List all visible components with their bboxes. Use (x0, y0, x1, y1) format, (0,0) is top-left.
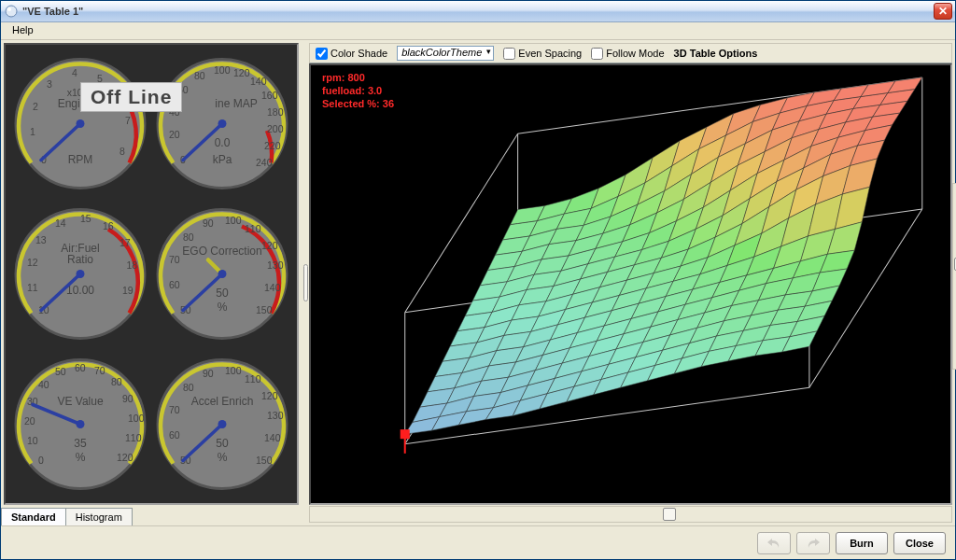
svg-text:Accel Enrich: Accel Enrich (191, 395, 254, 408)
svg-text:130: 130 (267, 259, 284, 271)
window: "VE Table 1" ✕ Help Off Line Engine Sx10… (0, 0, 956, 560)
svg-point-0 (6, 6, 17, 17)
svg-text:16: 16 (103, 220, 114, 231)
scroll-thumb-h[interactable] (663, 508, 676, 521)
splitter-left[interactable] (302, 40, 309, 525)
gauge-afr: Air:FuelRatio10.0010111213141516171819 (10, 200, 150, 348)
burn-button[interactable]: Burn (836, 532, 888, 554)
gauge-rpm: Engine Sx1000RPM012345678 (10, 49, 150, 198)
overlay-rpm: rpm: 800 (322, 71, 394, 84)
svg-text:90: 90 (203, 217, 214, 229)
menubar: Help (1, 22, 955, 40)
svg-text:180: 180 (267, 106, 284, 118)
tab-histogram[interactable]: Histogram (65, 508, 133, 525)
svg-text:80: 80 (183, 231, 194, 243)
follow-mode-checkbox[interactable]: Follow Mode (591, 48, 664, 60)
svg-text:3: 3 (47, 78, 52, 90)
gauge-accel: Accel Enrich50%5060708090100110120130140… (152, 350, 292, 498)
svg-text:20: 20 (24, 415, 35, 427)
svg-text:0.0: 0.0 (215, 136, 231, 149)
svg-text:100: 100 (225, 365, 242, 376)
svg-text:50: 50 (55, 366, 66, 377)
theme-select[interactable]: blackColorTheme (397, 46, 494, 61)
svg-text:19: 19 (122, 285, 134, 296)
svg-text:220: 220 (264, 140, 281, 151)
svg-point-16 (77, 119, 85, 128)
svg-text:120: 120 (261, 390, 278, 401)
svg-text:70: 70 (94, 365, 105, 376)
svg-text:20: 20 (169, 129, 180, 140)
svg-text:0: 0 (38, 455, 44, 466)
svg-text:8: 8 (120, 146, 125, 157)
svg-text:110: 110 (245, 223, 261, 234)
svg-text:EGO Correction: EGO Correction (182, 245, 261, 258)
svg-point-88 (77, 420, 85, 428)
svg-text:11: 11 (27, 282, 38, 293)
svg-text:2: 2 (33, 101, 38, 112)
svg-text:90: 90 (122, 393, 134, 404)
svg-text:70: 70 (169, 404, 180, 415)
chart-scroll-horizontal[interactable] (309, 506, 952, 523)
gauges-grid: Off Line Engine Sx1000RPM012345678 ine M… (6, 45, 297, 503)
svg-text:240: 240 (256, 157, 273, 168)
color-shade-checkbox[interactable]: Color Shade (316, 48, 387, 60)
svg-text:15: 15 (80, 213, 91, 224)
right-panel: Color Shade blackColorTheme Even Spacing… (309, 43, 952, 523)
svg-text:kPa: kPa (213, 153, 232, 166)
gauges-panel: Off Line Engine Sx1000RPM012345678 ine M… (4, 43, 299, 505)
svg-text:130: 130 (267, 410, 284, 421)
close-icon[interactable]: ✕ (934, 3, 952, 20)
undo-button[interactable] (757, 532, 791, 554)
svg-rect-343 (401, 429, 410, 439)
gauge-ego: EGO Correction50%50607080901001101201301… (152, 200, 292, 348)
chart-overlay: rpm: 800 fuelload: 3.0 Selected %: 36 (322, 71, 394, 110)
svg-point-35 (218, 119, 227, 128)
svg-text:50: 50 (216, 437, 229, 450)
svg-text:80: 80 (111, 376, 122, 387)
svg-text:18: 18 (127, 259, 138, 271)
svg-text:%: % (76, 451, 86, 464)
svg-text:14: 14 (55, 217, 66, 229)
svg-point-69 (218, 270, 227, 278)
svg-text:150: 150 (256, 304, 273, 315)
svg-text:60: 60 (169, 279, 180, 290)
svg-text:ine MAP: ine MAP (215, 97, 257, 110)
svg-text:60: 60 (75, 362, 86, 373)
svg-text:140: 140 (264, 282, 281, 293)
menu-help[interactable]: Help (7, 23, 39, 36)
tab-standard[interactable]: Standard (1, 508, 66, 525)
overlay-fuelload: fuelload: 3.0 (322, 84, 394, 97)
content: Off Line Engine Sx1000RPM012345678 ine M… (1, 40, 955, 559)
svg-text:12: 12 (27, 257, 38, 268)
svg-text:90: 90 (203, 368, 214, 379)
svg-text:35: 35 (74, 437, 87, 450)
gauge-ve: VE Value35%0102030405060708090100110120 (10, 350, 150, 498)
titlebar: "VE Table 1" ✕ (1, 1, 955, 22)
close-button[interactable]: Close (893, 532, 946, 554)
main-area: Off Line Engine Sx1000RPM012345678 ine M… (1, 40, 955, 525)
chart-3d-area[interactable]: rpm: 800 fuelload: 3.0 Selected %: 36 (309, 63, 952, 505)
svg-text:200: 200 (267, 123, 284, 134)
chart-scroll-vertical[interactable] (952, 183, 956, 370)
svg-text:RPM: RPM (68, 153, 93, 166)
left-tabs: Standard Histogram (1, 508, 302, 525)
svg-text:110: 110 (245, 373, 261, 385)
svg-text:17: 17 (120, 237, 131, 248)
svg-text:4: 4 (72, 67, 77, 78)
even-spacing-checkbox[interactable]: Even Spacing (503, 48, 582, 60)
svg-text:140: 140 (250, 76, 267, 87)
footer: Burn Close (1, 525, 955, 559)
svg-text:140: 140 (264, 432, 281, 443)
svg-text:%: % (218, 301, 228, 314)
3d-table-options[interactable]: 3D Table Options (674, 48, 758, 59)
svg-text:150: 150 (256, 455, 273, 466)
svg-text:100: 100 (128, 413, 145, 424)
svg-text:40: 40 (38, 379, 49, 390)
surface-plot (311, 65, 950, 503)
svg-text:70: 70 (169, 254, 180, 265)
redo-button[interactable] (796, 532, 830, 554)
gauge-map: ine MAP0.0kPa020406080100120140160180200… (152, 49, 292, 198)
svg-point-105 (218, 420, 227, 428)
svg-text:120: 120 (261, 240, 278, 251)
svg-point-1 (7, 7, 11, 11)
